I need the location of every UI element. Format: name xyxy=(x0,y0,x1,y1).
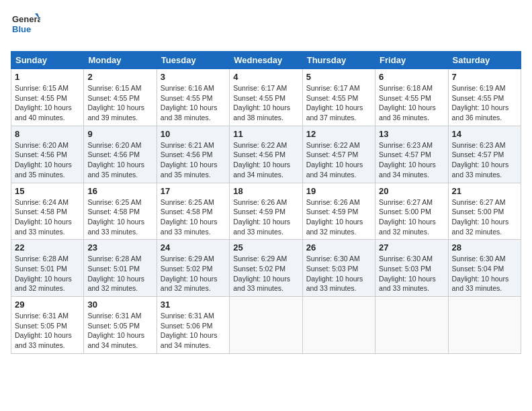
calendar-cell: 3Sunrise: 6:16 AM Sunset: 4:55 PM Daylig… xyxy=(157,69,229,126)
calendar-cell: 15Sunrise: 6:24 AM Sunset: 4:58 PM Dayli… xyxy=(11,183,84,240)
day-info: Sunrise: 6:22 AM Sunset: 4:56 PM Dayligh… xyxy=(233,140,298,180)
day-info: Sunrise: 6:15 AM Sunset: 4:55 PM Dayligh… xyxy=(87,83,152,123)
day-number: 14 xyxy=(452,129,517,139)
day-info: Sunrise: 6:26 AM Sunset: 4:59 PM Dayligh… xyxy=(306,197,371,237)
day-number: 5 xyxy=(306,72,371,82)
day-number: 25 xyxy=(233,242,298,253)
calendar-cell: 16Sunrise: 6:25 AM Sunset: 4:58 PM Dayli… xyxy=(84,183,157,240)
calendar-cell: 29Sunrise: 6:31 AM Sunset: 5:05 PM Dayli… xyxy=(11,297,84,354)
day-info: Sunrise: 6:18 AM Sunset: 4:55 PM Dayligh… xyxy=(379,83,444,123)
day-info: Sunrise: 6:20 AM Sunset: 4:56 PM Dayligh… xyxy=(87,140,152,180)
calendar-cell: 6Sunrise: 6:18 AM Sunset: 4:55 PM Daylig… xyxy=(375,69,448,126)
calendar-cell: 26Sunrise: 6:30 AM Sunset: 5:03 PM Dayli… xyxy=(302,240,375,297)
day-info: Sunrise: 6:30 AM Sunset: 5:03 PM Dayligh… xyxy=(306,254,371,293)
calendar-week-row: 8Sunrise: 6:20 AM Sunset: 4:56 PM Daylig… xyxy=(11,126,521,183)
calendar-cell: 20Sunrise: 6:27 AM Sunset: 5:00 PM Dayli… xyxy=(375,183,448,240)
day-number: 31 xyxy=(161,300,226,310)
calendar-header-friday: Friday xyxy=(375,52,448,69)
day-number: 11 xyxy=(233,129,298,139)
calendar-header-wednesday: Wednesday xyxy=(230,52,302,69)
day-number: 8 xyxy=(15,129,80,139)
day-number: 21 xyxy=(452,186,517,196)
calendar-header-sunday: Sunday xyxy=(11,52,84,69)
day-info: Sunrise: 6:17 AM Sunset: 4:55 PM Dayligh… xyxy=(306,83,371,123)
calendar-cell: 31Sunrise: 6:31 AM Sunset: 5:06 PM Dayli… xyxy=(157,297,229,354)
calendar-cell: 18Sunrise: 6:26 AM Sunset: 4:59 PM Dayli… xyxy=(230,183,302,240)
day-info: Sunrise: 6:25 AM Sunset: 4:58 PM Dayligh… xyxy=(161,197,226,237)
calendar-header-row: SundayMondayTuesdayWednesdayThursdayFrid… xyxy=(11,52,521,69)
day-number: 23 xyxy=(87,242,152,253)
calendar-cell: 23Sunrise: 6:28 AM Sunset: 5:01 PM Dayli… xyxy=(84,240,157,297)
day-number: 12 xyxy=(306,129,371,139)
day-number: 2 xyxy=(87,72,152,82)
calendar-cell: 14Sunrise: 6:23 AM Sunset: 4:57 PM Dayli… xyxy=(448,126,521,183)
day-info: Sunrise: 6:20 AM Sunset: 4:56 PM Dayligh… xyxy=(15,140,80,180)
day-number: 16 xyxy=(87,186,152,196)
calendar-cell: 27Sunrise: 6:30 AM Sunset: 5:03 PM Dayli… xyxy=(375,240,448,297)
day-number: 9 xyxy=(87,129,152,139)
logo-icon: General Blue xyxy=(11,11,40,40)
calendar-header-monday: Monday xyxy=(84,52,157,69)
calendar-cell: 21Sunrise: 6:27 AM Sunset: 5:00 PM Dayli… xyxy=(448,183,521,240)
calendar-cell: 12Sunrise: 6:22 AM Sunset: 4:57 PM Dayli… xyxy=(302,126,375,183)
calendar-cell: 11Sunrise: 6:22 AM Sunset: 4:56 PM Dayli… xyxy=(230,126,302,183)
day-number: 19 xyxy=(306,186,371,196)
day-number: 24 xyxy=(161,242,226,253)
day-info: Sunrise: 6:27 AM Sunset: 5:00 PM Dayligh… xyxy=(379,197,444,237)
day-info: Sunrise: 6:31 AM Sunset: 5:05 PM Dayligh… xyxy=(15,311,80,351)
day-info: Sunrise: 6:21 AM Sunset: 4:56 PM Dayligh… xyxy=(161,140,226,180)
calendar-cell: 24Sunrise: 6:29 AM Sunset: 5:02 PM Dayli… xyxy=(157,240,229,297)
day-info: Sunrise: 6:30 AM Sunset: 5:03 PM Dayligh… xyxy=(379,254,444,293)
day-info: Sunrise: 6:29 AM Sunset: 5:02 PM Dayligh… xyxy=(161,254,226,293)
day-info: Sunrise: 6:23 AM Sunset: 4:57 PM Dayligh… xyxy=(452,140,517,180)
day-number: 3 xyxy=(161,72,226,82)
calendar-cell: 30Sunrise: 6:31 AM Sunset: 5:05 PM Dayli… xyxy=(84,297,157,354)
calendar-cell: 25Sunrise: 6:29 AM Sunset: 5:02 PM Dayli… xyxy=(230,240,302,297)
day-number: 1 xyxy=(15,72,80,82)
calendar-cell: 28Sunrise: 6:30 AM Sunset: 5:04 PM Dayli… xyxy=(448,240,521,297)
day-number: 4 xyxy=(233,72,298,82)
day-number: 17 xyxy=(161,186,226,196)
day-number: 18 xyxy=(233,186,298,196)
day-number: 28 xyxy=(452,242,517,253)
calendar-week-row: 1Sunrise: 6:15 AM Sunset: 4:55 PM Daylig… xyxy=(11,69,521,126)
day-info: Sunrise: 6:31 AM Sunset: 5:06 PM Dayligh… xyxy=(161,311,226,351)
calendar-cell: 13Sunrise: 6:23 AM Sunset: 4:57 PM Dayli… xyxy=(375,126,448,183)
calendar-header-tuesday: Tuesday xyxy=(157,52,229,69)
day-number: 22 xyxy=(15,242,80,253)
day-info: Sunrise: 6:15 AM Sunset: 4:55 PM Dayligh… xyxy=(15,83,80,123)
calendar-week-row: 15Sunrise: 6:24 AM Sunset: 4:58 PM Dayli… xyxy=(11,183,521,240)
day-number: 7 xyxy=(452,72,517,82)
day-info: Sunrise: 6:16 AM Sunset: 4:55 PM Dayligh… xyxy=(161,83,226,123)
day-info: Sunrise: 6:23 AM Sunset: 4:57 PM Dayligh… xyxy=(379,140,444,180)
day-number: 30 xyxy=(87,300,152,310)
calendar-cell: 4Sunrise: 6:17 AM Sunset: 4:55 PM Daylig… xyxy=(230,69,302,126)
calendar-cell: 2Sunrise: 6:15 AM Sunset: 4:55 PM Daylig… xyxy=(84,69,157,126)
calendar-cell: 8Sunrise: 6:20 AM Sunset: 4:56 PM Daylig… xyxy=(11,126,84,183)
calendar-cell xyxy=(230,297,302,354)
day-number: 26 xyxy=(306,242,371,253)
calendar-cell: 1Sunrise: 6:15 AM Sunset: 4:55 PM Daylig… xyxy=(11,69,84,126)
calendar-cell xyxy=(448,297,521,354)
calendar-cell: 10Sunrise: 6:21 AM Sunset: 4:56 PM Dayli… xyxy=(157,126,229,183)
day-info: Sunrise: 6:22 AM Sunset: 4:57 PM Dayligh… xyxy=(306,140,371,180)
day-info: Sunrise: 6:25 AM Sunset: 4:58 PM Dayligh… xyxy=(87,197,152,237)
calendar-cell: 9Sunrise: 6:20 AM Sunset: 4:56 PM Daylig… xyxy=(84,126,157,183)
logo: General Blue xyxy=(11,11,44,43)
day-info: Sunrise: 6:26 AM Sunset: 4:59 PM Dayligh… xyxy=(233,197,298,237)
day-number: 10 xyxy=(161,129,226,139)
calendar-header-saturday: Saturday xyxy=(448,52,521,69)
calendar-cell: 5Sunrise: 6:17 AM Sunset: 4:55 PM Daylig… xyxy=(302,69,375,126)
day-info: Sunrise: 6:28 AM Sunset: 5:01 PM Dayligh… xyxy=(15,254,80,293)
day-number: 29 xyxy=(15,300,80,310)
calendar-table: SundayMondayTuesdayWednesdayThursdayFrid… xyxy=(11,51,521,354)
calendar-cell: 22Sunrise: 6:28 AM Sunset: 5:01 PM Dayli… xyxy=(11,240,84,297)
calendar-week-row: 29Sunrise: 6:31 AM Sunset: 5:05 PM Dayli… xyxy=(11,297,521,354)
calendar-header-thursday: Thursday xyxy=(302,52,375,69)
calendar-cell xyxy=(375,297,448,354)
day-info: Sunrise: 6:30 AM Sunset: 5:04 PM Dayligh… xyxy=(452,254,517,293)
day-number: 15 xyxy=(15,186,80,196)
calendar-cell: 19Sunrise: 6:26 AM Sunset: 4:59 PM Dayli… xyxy=(302,183,375,240)
day-info: Sunrise: 6:27 AM Sunset: 5:00 PM Dayligh… xyxy=(452,197,517,237)
day-info: Sunrise: 6:19 AM Sunset: 4:55 PM Dayligh… xyxy=(452,83,517,123)
